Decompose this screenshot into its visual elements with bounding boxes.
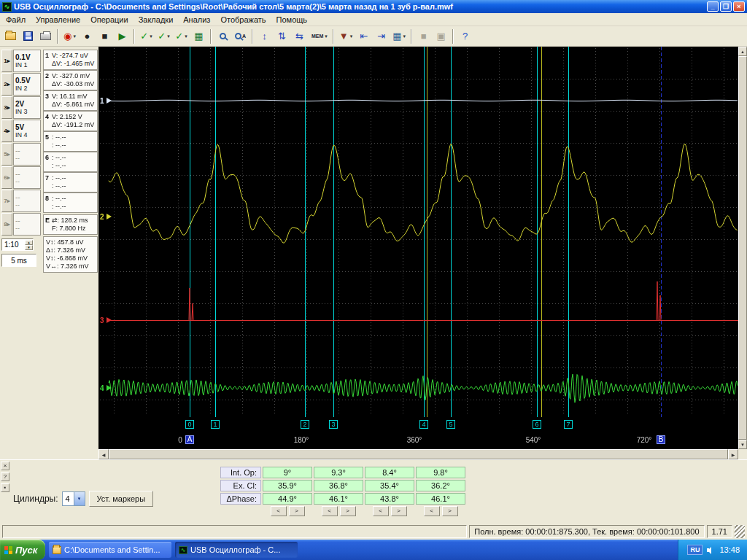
dropdown-arrow-icon[interactable]: ▾: [150, 34, 152, 39]
panel-mini-toolbar: × ? ▪: [1, 462, 9, 492]
signal-check-1-button[interactable]: ✓▾: [138, 28, 155, 44]
prev-button[interactable]: <: [271, 506, 287, 516]
zoom-wave-button[interactable]: [214, 28, 231, 44]
channel-range-box[interactable]: 0.5V IN 2: [13, 73, 41, 96]
taskbar-task-explorer[interactable]: C:\Documents and Settin...: [49, 542, 171, 558]
panel-close-button[interactable]: ×: [1, 462, 9, 470]
dropdown-arrow-icon[interactable]: ▾: [403, 34, 406, 39]
dropdown-arrow-icon[interactable]: ▾: [73, 34, 76, 39]
open-file-button[interactable]: [2, 28, 19, 44]
minimize-button[interactable]: _: [707, 1, 719, 12]
cursor-pair-button[interactable]: ⇅: [274, 28, 290, 44]
taskbar-task-oscilloscope[interactable]: ∿ USB Осциллограф - C...: [175, 542, 298, 558]
channel-range-box[interactable]: 0.1V IN 1: [13, 50, 41, 72]
next-button[interactable]: >: [340, 506, 356, 516]
measurement-channel-number: 4: [45, 113, 49, 121]
menu-item[interactable]: Помощь: [271, 14, 313, 26]
scope-display[interactable]: [98, 47, 738, 449]
volume-icon[interactable]: [707, 546, 715, 554]
channel-button[interactable]: 4▸: [1, 120, 12, 142]
scroll-right-icon[interactable]: ▶: [728, 449, 738, 459]
zoom-auto-button[interactable]: A: [232, 28, 249, 44]
signal-check-3-button[interactable]: ✓▾: [173, 28, 190, 44]
menu-item[interactable]: Анализ: [178, 14, 215, 26]
dropdown-arrow-icon[interactable]: ▾: [185, 34, 187, 39]
dropdown-arrow-icon[interactable]: ▾: [350, 34, 353, 39]
channel-button[interactable]: 2▸: [1, 73, 12, 96]
prev-button[interactable]: <: [373, 506, 389, 516]
play-button[interactable]: ▶: [114, 28, 131, 44]
view-mode-button[interactable]: ▼▾: [337, 28, 355, 44]
cursor-horizontal-button[interactable]: ⇆: [291, 28, 308, 44]
panel-help-button[interactable]: ?: [1, 472, 9, 481]
horizontal-scrollbar[interactable]: ◀ ▶: [98, 449, 738, 459]
resize-grip[interactable]: [735, 525, 745, 538]
combo-arrow-icon[interactable]: ▾: [74, 492, 85, 505]
taskbar: Пуск C:\Documents and Settin... ∿ USB Ос…: [0, 540, 747, 560]
record-button[interactable]: ●: [79, 28, 96, 44]
period-value: ⇄: 128.2 ms: [52, 217, 96, 225]
marker-left-button[interactable]: ⇤: [355, 28, 372, 44]
prev-button[interactable]: <: [322, 506, 338, 516]
next-button[interactable]: >: [289, 506, 305, 516]
power-button[interactable]: ◉▾: [61, 28, 78, 44]
channel-button[interactable]: 3▸: [1, 96, 12, 119]
cursor-vertical-button[interactable]: ↕: [256, 28, 273, 44]
set-markers-button[interactable]: Уст. маркеры: [89, 491, 154, 507]
help-button[interactable]: ?: [457, 28, 473, 44]
save-file-button[interactable]: [20, 28, 36, 44]
vertical-scrollbar[interactable]: ▲ ▼: [738, 47, 747, 459]
memory-button[interactable]: MEM▾: [309, 28, 330, 44]
start-button[interactable]: Пуск: [0, 540, 45, 560]
print-button[interactable]: [37, 28, 54, 44]
menu-item[interactable]: Файл: [1, 14, 31, 26]
cursor-measurement-box: V↕: 457.8 uV Δ↕: 7.326 mV V↕: -6.868 mV …: [43, 236, 98, 273]
cylinders-select[interactable]: 4 ▾: [62, 491, 85, 506]
vertical-scroll-thumb[interactable]: [738, 56, 747, 440]
screenshot-button[interactable]: ■: [415, 28, 432, 44]
analysis-panel: × ? ▪ Цилиндры: 4 ▾ Уст. маркеры Int. Op…: [0, 459, 747, 524]
signal-grid-button[interactable]: ▦: [190, 28, 207, 44]
measurement-box: 7 : --.-- : --.--: [43, 172, 98, 192]
menu-item[interactable]: Управление: [31, 14, 85, 26]
dropdown-arrow-icon[interactable]: ▾: [167, 34, 170, 39]
panel-pin-button[interactable]: ▪: [1, 483, 9, 492]
channel-range-box[interactable]: -- --: [13, 190, 41, 212]
channel-button[interactable]: 8▸: [1, 213, 12, 236]
help-icon: ?: [462, 31, 468, 41]
channel-button[interactable]: 7▸: [1, 190, 12, 212]
scroll-up-icon[interactable]: ▲: [738, 47, 747, 56]
cylinder-1-nav: < >: [263, 506, 312, 516]
probe-divider-spinner[interactable]: 1:10 ▴ ▾: [1, 238, 34, 251]
channel-button[interactable]: 1▸: [1, 50, 12, 72]
channel-range-box[interactable]: -- --: [13, 143, 41, 166]
channel-button[interactable]: 5▸: [1, 143, 12, 166]
scroll-left-icon[interactable]: ◀: [98, 449, 109, 459]
menu-item[interactable]: Закладки: [133, 14, 179, 26]
language-indicator[interactable]: RU: [687, 545, 703, 555]
chart-view-button[interactable]: ▦▾: [390, 28, 408, 44]
measurement-delta: ΔV: -5.861 mV: [52, 101, 96, 109]
next-button[interactable]: >: [442, 506, 458, 516]
spinner-down-icon[interactable]: ▾: [25, 245, 33, 250]
next-button[interactable]: >: [391, 506, 407, 516]
prev-button[interactable]: <: [424, 506, 440, 516]
marker-right-button[interactable]: ⇥: [373, 28, 390, 44]
channel-range-box[interactable]: -- --: [13, 213, 41, 236]
horizontal-scroll-thumb[interactable]: [109, 449, 728, 459]
channel-range-box[interactable]: 2V IN 3: [13, 96, 41, 119]
scroll-down-icon[interactable]: ▼: [738, 440, 747, 449]
channel-range-box[interactable]: -- --: [13, 166, 41, 189]
close-button[interactable]: ×: [733, 1, 745, 12]
timebase-display[interactable]: 5 ms: [1, 254, 36, 267]
menu-item[interactable]: Операции: [85, 14, 133, 26]
dropdown-arrow-icon[interactable]: ▾: [325, 34, 328, 39]
channel-button[interactable]: 6▸: [1, 166, 12, 189]
channel-range-box[interactable]: 5V IN 4: [13, 120, 41, 142]
signal-check-2-button[interactable]: ✓▾: [155, 28, 172, 44]
camera-button[interactable]: ▣: [433, 28, 449, 44]
spinner-up-icon[interactable]: ▴: [25, 240, 33, 245]
maximize-button[interactable]: ❐: [720, 1, 732, 12]
stop-button[interactable]: ■: [96, 28, 113, 44]
menu-item[interactable]: Отображать: [215, 14, 271, 26]
